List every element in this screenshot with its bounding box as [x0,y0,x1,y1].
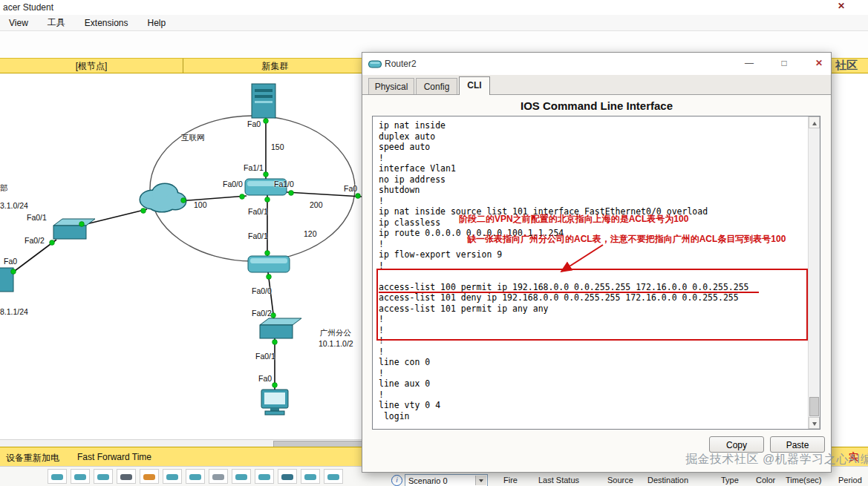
switch-left-device [53,219,95,239]
topology-label: Fa0/0 [223,180,243,188]
topology-label: Fa0 [344,184,357,193]
terminal-line: line aux 0 [379,378,806,390]
topology-label: Fa1/1 [244,163,264,172]
topology-label: 100 [194,200,207,209]
device-thumbnail[interactable] [324,469,343,484]
event-header-time: Time(sec) [786,476,821,485]
terminal-line: ! [379,239,806,250]
device-thumbnail[interactable] [48,469,67,484]
topology-label: 150 [271,142,284,151]
device-thumbnail[interactable] [186,469,205,484]
device-thumbnail[interactable] [278,469,297,484]
topology-label: Fa0/1 [248,207,268,216]
scrollbar-thumb[interactable] [809,397,819,416]
event-header-type: Type [721,476,739,485]
dialog-tabbar: Physical Config CLI [362,75,831,95]
device-thumbnail[interactable] [140,469,159,484]
terminal-line: ! [379,260,806,272]
event-header-period: Period [838,476,862,485]
terminal-line: ! [379,390,806,401]
switch-guangzhou-device [260,318,301,338]
terminal-line [379,271,806,282]
power-cycle-button[interactable]: 设备重新加电 [6,452,59,464]
terminal-line: access-list 100 permit ip 192.168.0.0 0.… [379,282,806,293]
event-header-destination: Destination [647,476,688,485]
terminal-line: access-list 101 permit ip any any [379,303,806,315]
packet-tracer-window: acer Student ✕ View 工具 Extensions Help [0,0,868,486]
minimize-button[interactable]: — [741,56,757,70]
topology-label-guangzhou: 广州分公 [320,328,351,338]
device-thumbnail[interactable] [71,469,90,484]
event-header-source: Source [607,476,633,485]
topology-label: Fa0/1 [27,213,47,222]
watermark-top-right: 社区 [835,59,858,73]
event-header-last-status: Last Status [538,476,579,485]
topology-label: Fa0/2 [252,309,272,318]
new-cluster-button[interactable]: 新集群 [183,60,367,73]
topology-label: Fa1/0 [274,180,294,188]
menu-tools[interactable]: 工具 [48,16,65,29]
device-thumbnail[interactable] [94,469,113,484]
router2-dialog: Router2 — □ ✕ Physical Config CLI IOS Co… [362,52,832,473]
topology-label: 120 [304,229,317,238]
topology-label: Fa0 [247,119,261,128]
menu-help[interactable]: Help [148,18,166,28]
app-close-button[interactable]: ✕ [835,1,848,13]
close-icon[interactable]: ✕ [811,56,827,70]
topology-label-subnet: 10.1.1.0/2 [319,339,353,348]
device-thumbnail[interactable] [255,469,274,484]
terminal-line: duplex auto [379,131,806,142]
paste-button[interactable]: Paste [770,436,825,453]
copy-button[interactable]: Copy [709,436,764,453]
terminal-scrollbar[interactable] [808,116,820,429]
root-node-label[interactable]: [根节点] [0,60,183,73]
terminal-line: no ip address [379,174,806,185]
topology-label-cut: 8.1.1/24 [0,307,28,316]
device-thumbnail[interactable] [117,469,136,484]
dialog-title: Router2 [385,59,417,69]
topology-label: Fa0 [258,374,272,383]
menu-view[interactable]: View [9,18,28,28]
pc-device [261,390,288,415]
device-thumbnail[interactable] [209,469,228,484]
dialog-titlebar[interactable]: Router2 — □ ✕ [362,53,831,76]
scroll-down-icon[interactable] [809,417,820,429]
device-thumbnail[interactable] [301,469,320,484]
canvas-hscrollbar[interactable] [0,439,362,447]
terminal-line: ! [379,153,806,164]
scenario-select-value: Scenario 0 [408,476,448,485]
scenario-select[interactable]: Scenario 0 [405,474,488,486]
tab-physical[interactable]: Physical [368,78,414,94]
tab-cli[interactable]: CLI [459,76,490,95]
menu-extensions[interactable]: Extensions [85,18,128,28]
tab-config[interactable]: Config [416,78,457,94]
topology-label: Fa0 [4,257,17,266]
scenario-info-icon[interactable]: i [391,475,402,486]
topology-label: Fa0/2 [25,236,45,245]
topology-label: Fa0/1 [248,231,268,240]
terminal-line: line con 0 [379,357,806,368]
topology-graphic [0,73,362,439]
chevron-down-icon[interactable] [475,476,486,485]
maximize-button[interactable]: □ [776,56,792,70]
device-thumbnail[interactable] [163,469,182,484]
fast-forward-button[interactable]: Fast Forward Time [77,452,151,462]
network-links [9,118,362,390]
scroll-up-icon[interactable] [809,116,820,128]
terminal-line: ! [379,335,806,347]
cloud-device [140,183,187,213]
terminal-line: shutdown [379,185,806,196]
terminal-line: ! [379,368,806,379]
terminal-output: ip nat insideduplex autospeed auto!inter… [379,120,806,429]
terminal-line: ! [379,314,806,325]
device-thumbnail[interactable] [232,469,251,484]
terminal-line: interface Vlan1 [379,163,806,174]
terminal-line: ! [379,347,806,358]
terminal-line: ! [379,325,806,336]
event-header-fire: Fire [503,476,518,485]
topology-label: Fa0/0 [252,286,272,295]
topology-label-internet: 互联网 [181,133,205,143]
cli-heading: IOS Command Line Interface [362,99,831,112]
terminal-line: ip flow-export version 9 [379,249,806,260]
cli-terminal[interactable]: ip nat insideduplex autospeed auto!inter… [372,116,820,430]
